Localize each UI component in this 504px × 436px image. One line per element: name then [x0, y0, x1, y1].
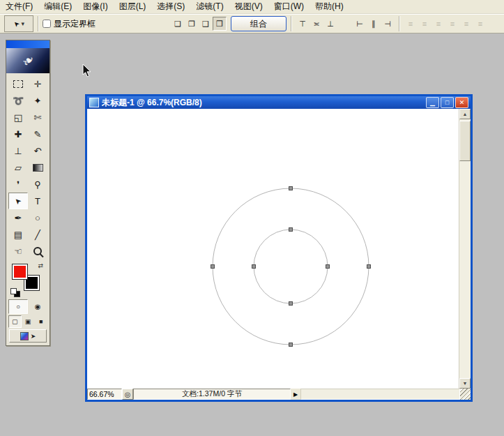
minimize-button[interactable]: ▁	[426, 97, 439, 108]
blur-icon: ❜	[17, 180, 20, 189]
distribute-button: ≡	[404, 17, 418, 31]
align-vertical-group: ⊤ ≍ ⊥	[296, 17, 337, 31]
lasso-tool[interactable]: ➰	[8, 92, 28, 109]
toolbox-palette: ❧ ✛ ➰ ✦ ◱ ✄ ✚ ✎ ⊥ ↶ ▱ ❜ ⚲ ➤ T ✒ ○ ▤ ╱ ☜ …	[6, 40, 50, 346]
standard-mode-button[interactable]: ○	[8, 299, 28, 314]
scroll-down-button[interactable]: ▼	[459, 378, 471, 389]
align-middle-button[interactable]: ≍	[310, 17, 323, 31]
distribute-icon: ≡	[436, 20, 441, 28]
scroll-thumb[interactable]	[459, 121, 471, 161]
fullscreen-button[interactable]: ■	[34, 315, 47, 328]
shape-subtract-icon: ❐	[188, 20, 195, 29]
crop-tool[interactable]: ◱	[8, 109, 28, 126]
close-button[interactable]: ✕	[455, 97, 468, 108]
align-bottom-button[interactable]: ⊥	[323, 17, 337, 31]
align-right-icon: ⊣	[384, 20, 391, 29]
foreground-swatch[interactable]	[12, 264, 28, 280]
status-expand-button[interactable]: ▶	[291, 389, 300, 400]
align-left-button[interactable]: ⊢	[353, 17, 367, 31]
shape-tool[interactable]: ○	[28, 209, 47, 226]
gradient-tool[interactable]	[28, 159, 47, 176]
path-select-tool[interactable]: ➤	[8, 193, 28, 209]
fullscreen-menubar-icon: ▣	[25, 318, 31, 325]
clone-stamp-tool[interactable]: ⊥	[8, 142, 28, 159]
window-controls: ▁ □ ✕	[426, 97, 468, 108]
tool-preset-picker[interactable]: ➤ ▾	[4, 15, 33, 32]
menu-edit[interactable]: 编辑(E)	[38, 0, 77, 13]
mouse-cursor	[82, 63, 92, 78]
align-top-button[interactable]: ⊤	[296, 17, 310, 31]
mask-mode-group: ○ ◉	[8, 299, 47, 314]
menu-layer[interactable]: 图层(L)	[114, 0, 152, 13]
document-title-bar[interactable]: 未标题-1 @ 66.7%(RGB/8) ▁ □ ✕	[87, 96, 471, 109]
hand-tool[interactable]: ☜	[8, 243, 28, 260]
horizontal-scrollbar[interactable]	[300, 389, 460, 400]
eraser-tool[interactable]: ▱	[8, 159, 28, 176]
dodge-tool[interactable]: ⚲	[28, 176, 47, 193]
vertical-scrollbar[interactable]: ▲ ▼	[459, 109, 471, 389]
healing-brush-tool[interactable]: ✚	[8, 126, 28, 142]
menu-file[interactable]: 文件(F)	[0, 0, 38, 13]
shape-subtract-button[interactable]: ❐	[185, 17, 199, 31]
show-bounds-label: 显示定界框	[54, 18, 96, 30]
zoom-field-wrap	[87, 389, 122, 400]
type-tool[interactable]: T	[28, 193, 47, 209]
shape-intersect-button[interactable]: ❑	[199, 17, 213, 31]
canvas-area[interactable]	[87, 109, 459, 389]
align-right-button[interactable]: ⊣	[381, 17, 395, 31]
brush-tool[interactable]: ✎	[28, 126, 47, 142]
standard-screen-button[interactable]: ▢	[8, 315, 22, 328]
standard-screen-icon: ▢	[12, 318, 18, 325]
shape-combine-group: ❏ ❐ ❑ ❒	[171, 17, 227, 31]
eyedropper-tool[interactable]: ╱	[28, 226, 47, 243]
slice-tool[interactable]: ✄	[28, 109, 47, 126]
move-icon: ✛	[34, 80, 42, 89]
zoom-input[interactable]	[88, 390, 121, 398]
pen-icon: ✒	[15, 213, 22, 223]
combine-button[interactable]: 组合	[231, 16, 287, 31]
blur-tool[interactable]: ❜	[8, 176, 28, 193]
toolbox-title-bar[interactable]	[6, 40, 49, 48]
pen-tool[interactable]: ✒	[8, 209, 28, 226]
move-tool[interactable]: ✛	[28, 75, 47, 92]
menu-filter[interactable]: 滤镜(T)	[190, 0, 229, 13]
document-title: 未标题-1 @ 66.7%(RGB/8)	[102, 97, 423, 109]
status-icon-button[interactable]: ◎	[122, 389, 133, 400]
menu-window[interactable]: 窗口(W)	[268, 0, 310, 13]
shape-exclude-button[interactable]: ❒	[213, 17, 227, 31]
distribute-icon: ≡	[408, 20, 413, 28]
distribute-button: ≡	[418, 17, 432, 31]
color-picker-area: ⇄	[8, 262, 47, 298]
maximize-button[interactable]: □	[441, 97, 454, 108]
magic-wand-icon: ✦	[34, 96, 42, 105]
scroll-up-button[interactable]: ▲	[459, 109, 471, 119]
history-brush-tool[interactable]: ↶	[28, 142, 47, 159]
tools-grid: ✛ ➰ ✦ ◱ ✄ ✚ ✎ ⊥ ↶ ▱ ❜ ⚲ ➤ T ✒ ○ ▤ ╱ ☜	[8, 75, 47, 260]
shape-add-button[interactable]: ❏	[171, 17, 185, 31]
quick-mask-button[interactable]: ◉	[28, 299, 47, 314]
scroll-track[interactable]	[459, 119, 471, 378]
resize-grip[interactable]	[460, 389, 471, 400]
show-bounds-checkbox[interactable]	[43, 20, 51, 28]
align-left-icon: ⊢	[356, 20, 363, 29]
menu-help[interactable]: 帮助(H)	[310, 0, 349, 13]
menu-image[interactable]: 图像(I)	[77, 0, 113, 13]
divider	[291, 16, 291, 31]
rect-marquee-tool[interactable]	[8, 75, 28, 92]
zoom-icon	[33, 247, 42, 255]
menu-view[interactable]: 视图(V)	[229, 0, 268, 13]
eraser-icon: ▱	[15, 163, 22, 172]
imageready-button[interactable]: ➤	[9, 329, 47, 343]
canvas-drawing[interactable]	[87, 109, 459, 389]
magic-wand-tool[interactable]: ✦	[28, 92, 47, 109]
zoom-tool[interactable]	[28, 243, 47, 260]
fullscreen-menubar-button[interactable]: ▣	[22, 315, 35, 328]
align-center-button[interactable]: ∥	[367, 17, 381, 31]
switch-colors-icon[interactable]: ⇄	[38, 262, 43, 269]
menu-select[interactable]: 选择(S)	[151, 0, 190, 13]
notes-tool[interactable]: ▤	[8, 226, 28, 243]
default-colors-button[interactable]	[10, 288, 20, 296]
chevron-down-icon: ▾	[21, 20, 24, 27]
marquee-icon	[13, 80, 23, 88]
align-top-icon: ⊤	[299, 20, 306, 29]
